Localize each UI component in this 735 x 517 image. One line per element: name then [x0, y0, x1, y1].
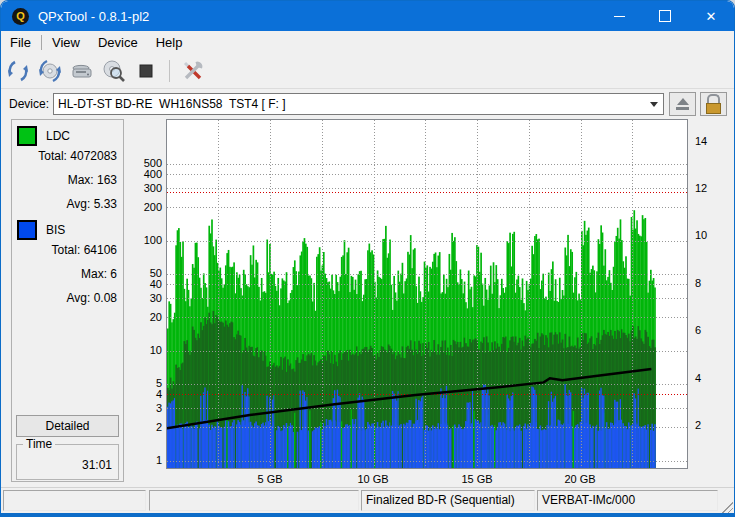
y-axis-label: 400: [128, 168, 162, 180]
stop-icon: [134, 59, 158, 83]
eject-icon: [677, 98, 689, 105]
ldc-legend: LDC: [17, 126, 70, 146]
status-bar: Finalized BD-R (Sequential) VERBAT-IMc/0…: [1, 487, 734, 514]
y-axis-label: 200: [128, 201, 162, 213]
close-icon: ✕: [706, 10, 717, 23]
bis-total: Total: 64106: [14, 243, 117, 257]
title-bar[interactable]: Q QPxTool - 0.8.1-pl2 ✕: [1, 1, 734, 31]
eject-button[interactable]: [669, 92, 696, 116]
time-groupbox: Time 31:01: [16, 444, 119, 480]
ldc-max: Max: 163: [14, 173, 117, 187]
ldc-avg: Avg: 5.33: [14, 197, 117, 211]
y-axis-label: 30: [128, 292, 162, 304]
menu-file[interactable]: File: [1, 32, 40, 53]
maximize-button[interactable]: [642, 1, 688, 31]
menu-device[interactable]: Device: [89, 32, 147, 53]
ldc-label: LDC: [46, 129, 70, 143]
maximize-icon: [659, 10, 671, 22]
toolbar-separator: [169, 60, 170, 82]
window-title: QPxTool - 0.8.1-pl2: [38, 9, 596, 24]
plot-area[interactable]: [166, 119, 688, 469]
y-axis-label: 100: [128, 234, 162, 246]
lock-icon: [707, 94, 720, 103]
settings-button[interactable]: [178, 57, 208, 85]
y-axis-label: 20: [128, 311, 162, 323]
scan-disc-button[interactable]: [99, 57, 129, 85]
plot-svg: [167, 120, 687, 468]
y-axis-label: 2: [128, 421, 162, 433]
tool-bar: [1, 53, 734, 89]
chevron-down-icon: [650, 102, 658, 107]
y-axis-label: 2: [695, 419, 725, 431]
ldc-total: Total: 4072083: [14, 149, 117, 163]
menu-view[interactable]: View: [43, 32, 89, 53]
status-panel-media-id: VERBAT-IMc/000: [537, 490, 718, 511]
drive-icon: [70, 59, 94, 83]
main-area: LDC Total: 4072083 Max: 163 Avg: 5.33 BI…: [1, 119, 735, 485]
bis-label: BIS: [46, 223, 65, 237]
status-panel-1: [3, 490, 146, 511]
time-group-label: Time: [23, 437, 55, 451]
bis-avg: Avg: 0.08: [14, 291, 117, 305]
window-controls: ✕: [596, 1, 734, 31]
resize-grip[interactable]: [720, 500, 733, 513]
y-axis-label: 300: [128, 182, 162, 194]
device-label: Device:: [9, 97, 49, 111]
y-axis-label: 4: [695, 372, 725, 384]
refresh-icon: [6, 59, 30, 83]
lock-button[interactable]: [700, 92, 727, 116]
y-axis-label: 14: [695, 135, 725, 147]
refresh-media-button[interactable]: [35, 57, 65, 85]
close-button[interactable]: ✕: [688, 1, 734, 31]
x-axis-label: 20 GB: [550, 473, 610, 485]
menu-help[interactable]: Help: [147, 32, 192, 53]
menu-bar: File View Device Help: [1, 31, 734, 53]
settings-icon: [181, 59, 205, 83]
y-axis-label: 8: [695, 277, 725, 289]
minimize-button[interactable]: [596, 1, 642, 31]
device-combobox-value: HL-DT-ST BD-RE WH16NS58 TST4 [ F: ]: [58, 97, 286, 111]
x-axis-label: 5 GB: [240, 473, 300, 485]
menu-separator: [41, 35, 42, 50]
device-combobox[interactable]: HL-DT-ST BD-RE WH16NS58 TST4 [ F: ]: [53, 93, 664, 115]
y-axis-label: 1: [128, 454, 162, 466]
app-icon-letter: Q: [16, 10, 25, 22]
bis-legend: BIS: [17, 220, 65, 240]
y-axis-label: 6: [695, 324, 725, 336]
detailed-button[interactable]: Detailed: [16, 415, 119, 437]
y-axis-label: 3: [128, 402, 162, 414]
status-panel-2: [149, 490, 359, 511]
bis-max: Max: 6: [14, 267, 117, 281]
x-axis-label: 15 GB: [447, 473, 507, 485]
status-panel-disc-type: Finalized BD-R (Sequential): [361, 490, 535, 511]
y-axis-label: 10: [695, 229, 725, 241]
y-axis-label: 4: [128, 388, 162, 400]
refresh-button[interactable]: [3, 57, 33, 85]
x-axis-label: 10 GB: [343, 473, 403, 485]
stop-button[interactable]: [131, 57, 161, 85]
y-axis-label: 10: [128, 344, 162, 356]
refresh-media-icon: [38, 59, 62, 83]
bis-swatch: [17, 220, 37, 240]
device-bar: Device: HL-DT-ST BD-RE WH16NS58 TST4 [ F…: [1, 89, 734, 119]
minimize-icon: [614, 16, 625, 17]
ldc-swatch: [17, 126, 37, 146]
y-axis-label: 40: [128, 278, 162, 290]
drive-button[interactable]: [67, 57, 97, 85]
app-window: Q QPxTool - 0.8.1-pl2 ✕ File View Device…: [0, 0, 735, 517]
y-axis-label: 12: [695, 182, 725, 194]
scan-disc-icon: [102, 59, 126, 83]
time-value: 31:01: [82, 458, 112, 472]
app-icon: Q: [12, 8, 29, 25]
stats-panel: LDC Total: 4072083 Max: 163 Avg: 5.33 BI…: [11, 119, 124, 482]
